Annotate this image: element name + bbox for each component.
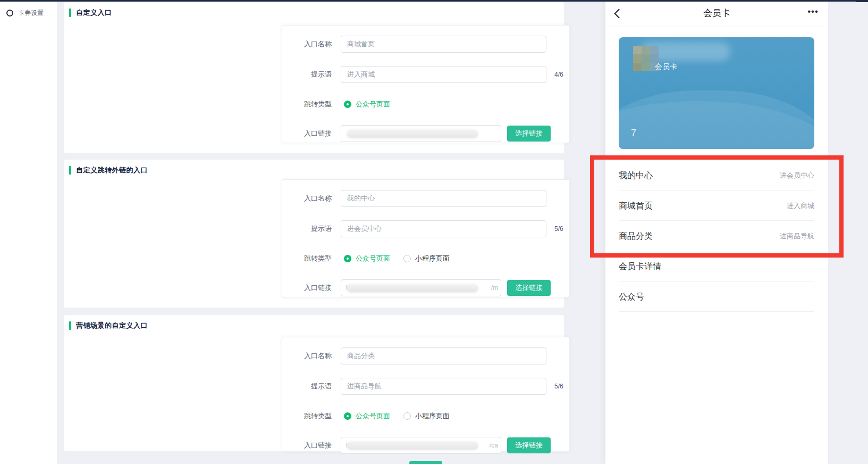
entry-name-input[interactable]: 商城首页 <box>341 36 546 53</box>
section-marketing-entry: 营销场景的自定义入口 入口名称 商品分类 提示语 进商品导航 5/6 跳转类型 … <box>64 315 564 451</box>
more-dots-icon[interactable]: ••• <box>807 0 819 27</box>
radio-official-account-label[interactable]: 公众号页面 <box>356 412 390 420</box>
phone-header: 会员卡 ••• <box>605 0 828 27</box>
section-title: 自定义入口 <box>69 8 112 18</box>
form-card: 入口名称 商城首页 提示语 进入商城 4/6 跳转类型 公众号页面 入口链接 选… <box>282 25 570 143</box>
link-text-suffix: /m <box>491 280 498 296</box>
choose-link-button[interactable]: 选择链接 <box>507 280 551 296</box>
radio-mini-program-unselected[interactable] <box>403 255 411 262</box>
section-title: 营销场景的自定义入口 <box>69 321 148 330</box>
sidebar-item-card-settings[interactable]: 卡券设置 <box>6 7 44 18</box>
menu-item-label: 商城首页 <box>619 190 653 221</box>
jump-type-label: 跳转类型 <box>282 100 332 109</box>
tip-input[interactable]: 进入商城 <box>341 66 546 83</box>
menu-item-label: 我的中心 <box>619 160 653 190</box>
blurred-link-content <box>347 284 478 293</box>
save-button[interactable] <box>409 461 442 464</box>
tip-input[interactable]: 进会员中心 <box>341 220 546 237</box>
entry-link-label: 入口链接 <box>282 437 332 454</box>
radio-mini-program-unselected[interactable] <box>403 412 411 420</box>
menu-item-card-detail[interactable]: 会员卡详情 <box>605 251 828 281</box>
menu-item-label: 商品分类 <box>619 221 653 251</box>
choose-link-button[interactable]: 选择链接 <box>507 126 551 142</box>
link-text-suffix: /ca <box>490 437 498 453</box>
tip-label: 提示语 <box>282 220 332 237</box>
entry-name-label: 入口名称 <box>282 36 332 53</box>
scrollbar-thumb[interactable] <box>856 0 868 2</box>
sidebar-item-label: 卡券设置 <box>18 9 44 18</box>
phone-preview-panel: 会员卡 ••• 会员卡 7 我的中心 进会员中心 商城首页 进入商城 商品分类 … <box>605 0 828 464</box>
menu-item-mall-home[interactable]: 商城首页 进入商城 <box>605 190 828 221</box>
radio-official-account-selected[interactable] <box>344 255 351 262</box>
member-card-number: 7 <box>631 128 636 139</box>
top-border-line <box>0 0 868 2</box>
menu-item-product-category[interactable]: 商品分类 进商品导航 <box>605 221 828 251</box>
menu-item-hint: 进会员中心 <box>780 160 814 190</box>
entry-link-input[interactable]: h /m <box>341 279 501 296</box>
menu-item-hint: 进入商城 <box>787 190 814 221</box>
form-card: 入口名称 商品分类 提示语 进商品导航 5/6 跳转类型 公众号页面 小程序页面… <box>282 337 570 452</box>
menu-item-hint: 进商品导航 <box>780 221 814 251</box>
jump-type-label: 跳转类型 <box>282 254 332 263</box>
member-card[interactable]: 会员卡 7 <box>619 37 814 149</box>
entry-link-label: 入口链接 <box>282 125 332 142</box>
entry-link-input[interactable]: h /ca <box>341 437 501 454</box>
menu-item-my-center[interactable]: 我的中心 进会员中心 <box>605 160 828 190</box>
radio-official-account-label[interactable]: 公众号页面 <box>356 254 390 263</box>
section-custom-entry: 自定义入口 入口名称 商城首页 提示语 进入商城 4/6 跳转类型 公众号页面 … <box>64 2 564 153</box>
radio-official-account-selected[interactable] <box>344 101 351 108</box>
entry-name-input[interactable]: 我的中心 <box>341 190 546 207</box>
radio-official-account-label[interactable]: 公众号页面 <box>356 100 390 109</box>
entry-link-label: 入口链接 <box>282 279 332 296</box>
radio-mini-program-label[interactable]: 小程序页面 <box>415 412 450 420</box>
choose-link-button[interactable]: 选择链接 <box>507 437 551 453</box>
sidebar: 卡券设置 <box>0 2 57 464</box>
entry-name-label: 入口名称 <box>282 190 332 207</box>
section-title-text: 自定义跳转外链的入口 <box>76 165 148 175</box>
jump-type-label: 跳转类型 <box>282 412 332 420</box>
phone-page-title: 会员卡 <box>605 0 828 27</box>
menu-item-label: 公众号 <box>619 281 644 312</box>
tip-label: 提示语 <box>282 378 332 395</box>
entry-link-input[interactable] <box>341 125 501 142</box>
member-card-name: 会员卡 <box>655 62 677 72</box>
green-bar-icon <box>69 9 71 17</box>
entry-name-input[interactable]: 商品分类 <box>341 347 546 364</box>
green-bar-icon <box>69 166 71 175</box>
char-counter: 4/6 <box>554 66 563 83</box>
tip-input[interactable]: 进商品导航 <box>341 378 546 395</box>
section-title-text: 营销场景的自定义入口 <box>76 321 148 330</box>
radio-mini-program-label[interactable]: 小程序页面 <box>415 254 450 263</box>
section-title: 自定义跳转外链的入口 <box>69 165 148 175</box>
section-title-text: 自定义入口 <box>76 8 112 18</box>
section-external-link-entry: 自定义跳转外链的入口 入口名称 我的中心 提示语 进会员中心 5/6 跳转类型 … <box>64 160 564 308</box>
entry-name-label: 入口名称 <box>282 347 332 364</box>
green-bar-icon <box>69 321 71 330</box>
radio-official-account-selected[interactable] <box>344 412 351 420</box>
blurred-link-content <box>347 441 478 450</box>
circle-icon <box>6 10 13 16</box>
form-card: 入口名称 我的中心 提示语 进会员中心 5/6 跳转类型 公众号页面 小程序页面… <box>282 179 570 297</box>
menu-item-official-account[interactable]: 公众号 <box>605 281 828 312</box>
menu-item-label: 会员卡详情 <box>619 251 661 281</box>
tip-label: 提示语 <box>282 66 332 83</box>
char-counter: 5/6 <box>554 378 563 395</box>
char-counter: 5/6 <box>554 220 563 237</box>
blurred-link-content <box>347 129 478 138</box>
